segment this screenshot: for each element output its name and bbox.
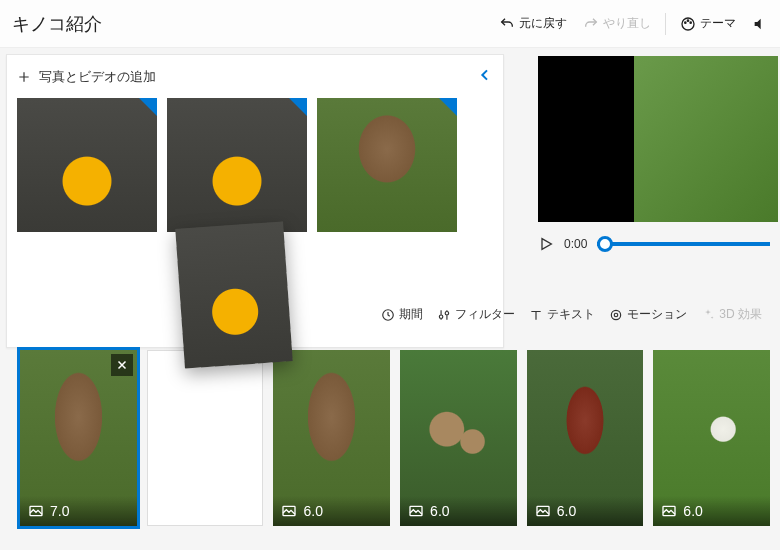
image-icon	[408, 503, 424, 519]
corner-marker-icon	[439, 98, 457, 116]
playback-slider[interactable]	[597, 242, 770, 246]
speaker-icon	[752, 16, 768, 32]
clip-duration: 6.0	[303, 503, 322, 519]
library-thumb[interactable]	[17, 98, 157, 232]
library-thumb[interactable]	[317, 98, 457, 232]
motion-icon	[609, 308, 623, 322]
project-title: キノコ紹介	[12, 12, 102, 36]
clip-tools: 期間 フィルター テキスト モーション 3D 効果	[300, 306, 772, 323]
corner-marker-icon	[289, 98, 307, 116]
clip-duration: 6.0	[430, 503, 449, 519]
clip-duration: 6.0	[683, 503, 702, 519]
preview-frame	[538, 56, 778, 222]
dragged-thumb[interactable]	[175, 221, 293, 368]
remove-clip-button[interactable]	[111, 354, 133, 376]
preview-panel: 0:00	[504, 48, 780, 348]
palette-icon	[680, 16, 696, 32]
redo-button: やり直し	[575, 11, 659, 36]
undo-icon	[499, 16, 515, 32]
svg-point-6	[612, 310, 621, 319]
storyboard-clip[interactable]: 6.0	[273, 350, 390, 526]
storyboard-clip[interactable]: 6.0	[653, 350, 770, 526]
text-tool[interactable]: テキスト	[529, 306, 595, 323]
text-icon	[529, 308, 543, 322]
duration-tool[interactable]: 期間	[381, 306, 423, 323]
clip-duration: 6.0	[557, 503, 576, 519]
svg-point-1	[685, 22, 686, 23]
filter-tool[interactable]: フィルター	[437, 306, 515, 323]
storyboard-clip[interactable]: 7.0	[20, 350, 137, 526]
storyboard-clip[interactable]: 6.0	[400, 350, 517, 526]
storyboard-clip[interactable]: 6.0	[527, 350, 644, 526]
image-icon	[535, 503, 551, 519]
topbar: キノコ紹介 元に戻す やり直し テーマ	[0, 0, 780, 48]
svg-point-3	[690, 22, 691, 23]
svg-point-5	[615, 313, 619, 317]
volume-button[interactable]	[744, 12, 768, 36]
collapse-chevron-icon[interactable]	[477, 65, 493, 88]
clock-icon	[381, 308, 395, 322]
image-icon	[28, 503, 44, 519]
motion-tool[interactable]: モーション	[609, 306, 687, 323]
image-icon	[661, 503, 677, 519]
close-icon	[116, 359, 128, 371]
storyboard-placeholder[interactable]	[147, 350, 264, 526]
redo-icon	[583, 16, 599, 32]
3d-effects-tool: 3D 効果	[701, 306, 762, 323]
sparkle-icon	[701, 308, 715, 322]
slider-knob[interactable]	[597, 236, 613, 252]
filter-icon	[437, 308, 451, 322]
undo-button[interactable]: 元に戻す	[491, 11, 575, 36]
svg-point-2	[687, 20, 688, 21]
playback-time: 0:00	[564, 237, 587, 251]
theme-button[interactable]: テーマ	[672, 11, 744, 36]
image-icon	[281, 503, 297, 519]
plus-icon	[17, 70, 31, 84]
clip-duration: 7.0	[50, 503, 69, 519]
add-media-button[interactable]: 写真とビデオの追加	[17, 68, 156, 86]
storyboard: 7.0 6.0 6.0 6.0 6.0	[0, 340, 780, 550]
library-thumb[interactable]	[167, 98, 307, 232]
play-button[interactable]	[538, 236, 554, 252]
corner-marker-icon	[139, 98, 157, 116]
